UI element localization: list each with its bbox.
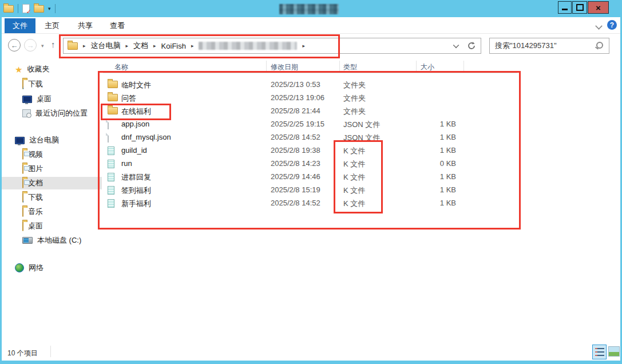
file-type: 文件夹	[343, 106, 366, 117]
file-row[interactable]: guild_id 2025/2/8 19:38 K 文件 1 KB	[103, 144, 517, 157]
search-icon[interactable]	[595, 41, 604, 50]
sidebar-group-favorites[interactable]: ★ 收藏夹	[2, 63, 102, 76]
search-input[interactable]: 搜索"1014295731"	[490, 41, 595, 51]
item-count: 10 个项目	[7, 349, 38, 358]
history-dropdown-icon[interactable]: ▾	[41, 43, 44, 49]
folder-icon	[108, 107, 118, 114]
title-bar: ✓ ▾ ×	[0, 0, 622, 17]
back-button[interactable]: ←	[8, 39, 21, 52]
toolbar-divider	[18, 4, 18, 13]
status-divider	[50, 346, 51, 357]
k-file-icon	[108, 147, 114, 155]
customize-toolbar-dropdown-icon[interactable]: ▾	[48, 6, 51, 11]
close-icon: ×	[596, 3, 601, 12]
file-type: JSON 文件	[343, 133, 380, 143]
k-file-icon	[108, 173, 114, 181]
file-row[interactable]: 签到福利 2025/2/8 15:19 K 文件 1 KB	[103, 184, 517, 196]
column-header-date-modified[interactable]: 修改日期	[271, 62, 298, 72]
address-bar[interactable]: ▸ 这台电脑 ▸ 文档 ▸ KoiFish ▸ ▸	[63, 38, 481, 54]
column-header-name[interactable]: 名称	[114, 62, 128, 72]
sidebar-group-network[interactable]: 网络	[2, 262, 102, 274]
toolbar-divider	[55, 4, 56, 13]
redacted-breadcrumb-segment[interactable]	[199, 42, 297, 50]
column-divider[interactable]	[266, 61, 267, 73]
breadcrumb-arrow-icon: ▸	[302, 43, 305, 49]
sidebar-item-videos[interactable]: 视频	[2, 148, 102, 161]
current-folder-icon	[68, 42, 78, 50]
file-name: 进群回复	[121, 172, 151, 183]
sidebar-label: 音乐	[28, 207, 43, 217]
sidebar-item-local-disk-c[interactable]: 本地磁盘 (C:)	[2, 234, 102, 247]
file-name: app.json	[121, 120, 149, 128]
column-divider[interactable]	[339, 61, 340, 73]
download-folder-icon: ↑	[22, 80, 23, 89]
breadcrumb-koifish[interactable]: KoiFish	[161, 42, 186, 50]
sidebar-item-music[interactable]: 音乐	[2, 205, 102, 218]
file-type: K 文件	[343, 199, 365, 209]
details-view-button[interactable]	[592, 345, 607, 359]
file-row[interactable]: 问答 2025/2/13 19:06 文件夹	[103, 92, 517, 104]
navigation-pane: ★ 收藏夹 ↑ 下载 桌面 最近访问的位置 这台电脑 视频 图片	[2, 59, 102, 343]
properties-icon[interactable]: ✓	[22, 4, 30, 13]
refresh-icon[interactable]	[467, 41, 476, 50]
close-button[interactable]: ×	[588, 1, 609, 14]
file-type: 文件夹	[343, 80, 366, 90]
file-size: 1 KB	[406, 146, 456, 155]
file-row[interactable]: 进群回复 2025/2/9 14:46 K 文件 1 KB	[103, 171, 517, 183]
recent-places-icon	[22, 109, 31, 117]
file-date: 2025/2/8 14:52	[271, 199, 320, 207]
folder-icon	[108, 81, 118, 88]
sidebar-label: 网络	[29, 263, 43, 273]
hard-disk-icon	[22, 237, 33, 244]
column-divider[interactable]	[463, 61, 464, 73]
tab-file[interactable]: 文件	[5, 18, 35, 33]
quick-access-toolbar: ✓ ▾	[3, 0, 56, 17]
tab-view[interactable]: 查看	[101, 18, 133, 33]
file-row[interactable]: dnf_mysql.json 2025/2/8 14:52 JSON 文件 1 …	[103, 131, 517, 144]
file-name: 问答	[121, 93, 136, 104]
tab-share[interactable]: 共享	[69, 18, 101, 33]
sidebar-item-pictures[interactable]: 图片	[2, 163, 102, 175]
sidebar-item-downloads[interactable]: ↑ 下载	[2, 78, 102, 90]
sidebar-group-this-pc[interactable]: 这台电脑	[2, 134, 102, 147]
file-date: 2025/2/8 15:19	[271, 185, 320, 194]
minimize-button[interactable]	[558, 1, 572, 14]
sidebar-item-desktop-pc[interactable]: 桌面	[2, 220, 102, 232]
column-divider[interactable]	[416, 61, 417, 73]
column-header-type[interactable]: 类型	[343, 62, 357, 72]
json-file-icon	[108, 133, 109, 143]
computer-icon	[15, 137, 25, 144]
file-row[interactable]: run 2025/2/8 14:23 K 文件 0 KB	[103, 157, 517, 170]
maximize-button[interactable]	[572, 1, 587, 14]
new-folder-icon[interactable]	[34, 5, 44, 13]
breadcrumb-arrow-icon: ▸	[126, 43, 129, 49]
sidebar-item-documents[interactable]: 文档	[2, 177, 102, 189]
address-dropdown-chevron-icon[interactable]	[453, 42, 459, 48]
pictures-folder-icon	[22, 165, 23, 173]
forward-button[interactable]: →	[24, 39, 37, 52]
sidebar-label: 文档	[28, 178, 43, 188]
k-file-icon	[108, 199, 114, 208]
sidebar-item-recent-places[interactable]: 最近访问的位置	[2, 107, 102, 120]
sidebar-label: 这台电脑	[29, 135, 59, 145]
tab-home[interactable]: 主页	[36, 18, 68, 33]
breadcrumb-this-pc[interactable]: 这台电脑	[91, 41, 121, 51]
file-row[interactable]: 在线福利 2025/2/8 21:44 文件夹	[103, 105, 517, 117]
file-row[interactable]: app.json 2025/2/25 19:15 JSON 文件 1 KB	[103, 118, 517, 130]
file-name: 临时文件	[121, 80, 151, 90]
large-icons-view-button[interactable]	[608, 346, 620, 357]
column-header-row: 名称 修改日期 类型 大小	[103, 61, 517, 73]
sidebar-item-desktop[interactable]: 桌面	[2, 93, 102, 105]
ribbon-expand-chevron-icon[interactable]	[595, 22, 602, 29]
help-button[interactable]: ?	[607, 20, 617, 30]
sidebar-item-downloads-pc[interactable]: ↑ 下载	[2, 191, 102, 204]
file-row[interactable]: 临时文件 2025/2/13 0:53 文件夹	[103, 78, 517, 91]
up-one-level-button[interactable]: ↑	[51, 39, 56, 49]
column-header-size[interactable]: 大小	[421, 62, 434, 72]
file-row[interactable]: 新手福利 2025/2/8 14:52 K 文件 1 KB	[103, 197, 517, 209]
file-type: K 文件	[343, 146, 365, 156]
desktop-icon	[22, 96, 32, 103]
file-type: 文件夹	[343, 93, 366, 104]
search-box[interactable]: 搜索"1014295731"	[489, 38, 609, 54]
breadcrumb-documents[interactable]: 文档	[133, 41, 148, 51]
